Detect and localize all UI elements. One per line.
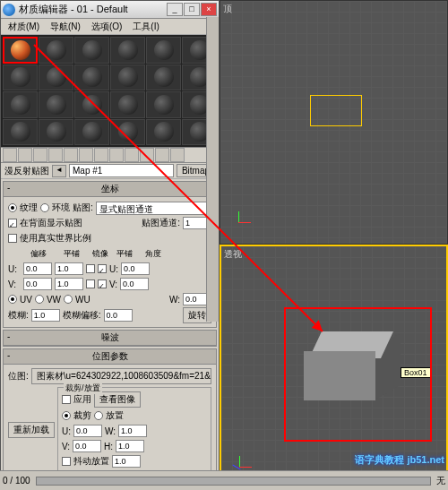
viewport-label: 透视 (224, 248, 242, 261)
tool-button[interactable] (64, 148, 78, 162)
crop-h[interactable]: 1.0 (116, 440, 144, 452)
material-slots (1, 35, 219, 147)
crop-v[interactable]: 0.0 (73, 440, 101, 452)
axis-gizmo-icon (226, 210, 254, 238)
uv-radio[interactable] (8, 295, 17, 304)
minimize-button[interactable]: _ (167, 3, 183, 16)
material-slot-1[interactable] (3, 37, 38, 64)
viewport-label: 顶 (223, 3, 232, 15)
tool-button[interactable] (140, 148, 154, 162)
material-slot[interactable] (110, 37, 145, 64)
bitmap-path-button[interactable]: 图素材\u=624302922,1008603509&fm=21&gp=0.jp… (31, 368, 211, 384)
title-bar[interactable]: 材质编辑器 - 01 - Default _ □ × (1, 1, 219, 19)
nav-back-icon[interactable]: ◄ (52, 165, 66, 177)
u-mirror[interactable] (86, 264, 95, 273)
v-angle[interactable]: 0.0 (120, 278, 149, 290)
crop-radio[interactable] (62, 411, 71, 420)
viewports: 顶 透视 Box01 (220, 0, 448, 490)
material-slot[interactable] (110, 64, 145, 91)
tool-button[interactable] (94, 148, 108, 162)
bluroff-spinner[interactable]: 0.0 (104, 309, 133, 322)
tool-button[interactable] (155, 148, 169, 162)
side-toolbar[interactable] (206, 17, 219, 322)
material-slot[interactable] (39, 91, 73, 118)
apply-check[interactable] (62, 395, 71, 404)
jitter-check[interactable] (62, 457, 71, 466)
material-slot[interactable] (74, 64, 109, 91)
tool-button[interactable] (125, 148, 139, 162)
watermark: 语字典教程 jb51.net (355, 453, 444, 467)
material-slot[interactable] (39, 64, 73, 91)
material-slot[interactable] (146, 37, 181, 64)
show-back-check[interactable] (8, 219, 17, 228)
map-channel-dropdown[interactable]: 显式贴图通道 (96, 202, 211, 215)
close-button[interactable]: × (201, 3, 217, 16)
material-slot[interactable] (3, 64, 38, 91)
vw-radio[interactable] (35, 295, 44, 304)
viewport-top[interactable]: 顶 (220, 0, 448, 245)
material-slot[interactable] (74, 91, 109, 118)
place-radio[interactable] (94, 411, 103, 420)
tool-button[interactable] (109, 148, 124, 162)
diffuse-map-label: 漫反射贴图 (4, 165, 49, 177)
crop-u[interactable]: 0.0 (73, 425, 102, 437)
v-repeat[interactable] (98, 279, 107, 288)
tool-button[interactable] (170, 148, 185, 162)
material-slot[interactable] (146, 91, 181, 118)
material-sphere-icon (11, 40, 30, 60)
jitter-spinner[interactable]: 1.0 (112, 455, 141, 468)
crop-w[interactable]: 1.0 (118, 425, 147, 437)
material-slot[interactable] (74, 119, 109, 146)
noise-rollout: 噪波 (3, 330, 217, 347)
u-tile[interactable]: 1.0 (55, 262, 83, 275)
tool-button[interactable] (3, 148, 17, 162)
app-icon (3, 4, 15, 16)
material-slot[interactable] (74, 37, 109, 64)
status-text: 无 (436, 475, 445, 487)
tool-button[interactable] (18, 148, 32, 162)
wu-radio[interactable] (64, 295, 73, 304)
reload-button[interactable]: 重新加载 (8, 422, 55, 438)
material-slot[interactable] (3, 119, 38, 146)
material-slot[interactable] (146, 119, 181, 146)
rollout-header[interactable]: 坐标 (4, 182, 216, 197)
menu-bar: 材质(M) 导航(N) 选项(O) 工具(I) (1, 19, 219, 35)
menu-options[interactable]: 选项(O) (88, 20, 125, 33)
frame-counter: 0 / 100 (3, 476, 30, 486)
material-slot[interactable] (39, 37, 73, 64)
tool-button[interactable] (79, 148, 93, 162)
u-repeat[interactable] (98, 264, 107, 273)
realworld-check[interactable] (8, 234, 17, 243)
v-mirror[interactable] (86, 279, 95, 288)
blur-spinner[interactable]: 1.0 (31, 309, 60, 322)
rollouts-panel[interactable]: 坐标 纹理 环境 贴图: 显式贴图通道 在背面显示贴图 贴图通道: 1 使用真实… (1, 179, 219, 490)
timeline-bar[interactable]: 0 / 100 无 (0, 470, 448, 490)
object-bounds[interactable] (310, 95, 362, 126)
material-slot[interactable] (110, 91, 145, 118)
tool-button[interactable] (33, 148, 47, 162)
material-editor-window: 材质编辑器 - 01 - Default _ □ × 材质(M) 导航(N) 选… (0, 0, 220, 490)
u-offset[interactable]: 0.0 (23, 262, 52, 275)
window-title: 材质编辑器 - 01 - Default (19, 3, 167, 16)
material-slot[interactable] (3, 91, 38, 118)
material-slot[interactable] (39, 119, 73, 146)
menu-tools[interactable]: 工具(I) (129, 20, 162, 33)
texture-radio[interactable] (8, 203, 17, 212)
bitmap-rollout: 位图参数 位图: 图素材\u=624302922,1008603509&fm=2… (3, 348, 217, 490)
material-slot[interactable] (146, 64, 181, 91)
v-offset[interactable]: 0.0 (23, 278, 52, 290)
maximize-button[interactable]: □ (184, 3, 200, 16)
v-tile[interactable]: 1.0 (55, 278, 83, 290)
u-angle[interactable]: 0.0 (121, 262, 150, 275)
material-slot[interactable] (110, 119, 145, 146)
env-radio[interactable] (40, 203, 49, 212)
map-name-dropdown[interactable]: Map #1 (69, 164, 174, 177)
rollout-header[interactable]: 噪波 (4, 331, 216, 346)
menu-navigate[interactable]: 导航(N) (47, 20, 84, 33)
annotation-frame (284, 307, 432, 442)
menu-material[interactable]: 材质(M) (4, 20, 43, 33)
rollout-header[interactable]: 位图参数 (4, 349, 216, 365)
time-slider[interactable] (36, 477, 431, 486)
tool-button[interactable] (48, 148, 63, 162)
coords-rollout: 坐标 纹理 环境 贴图: 显式贴图通道 在背面显示贴图 贴图通道: 1 使用真实… (3, 181, 217, 328)
